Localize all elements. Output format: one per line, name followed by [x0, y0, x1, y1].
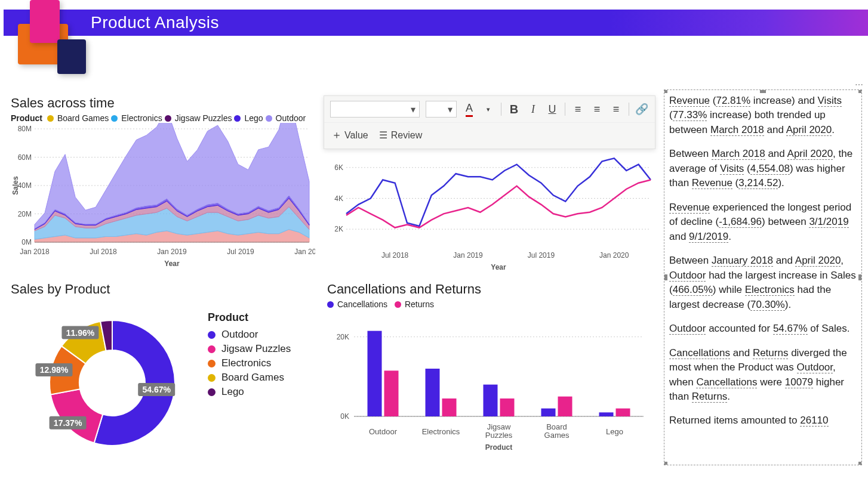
legend-item[interactable]: Board Games: [208, 372, 291, 384]
resize-handle[interactable]: [760, 89, 766, 93]
svg-text:Jan 2019: Jan 2019: [157, 248, 187, 256]
legend-item[interactable]: Lego: [208, 386, 291, 398]
align-left-button[interactable]: ≡: [571, 103, 584, 116]
legend-item: Returns: [405, 299, 434, 309]
font-family-select[interactable]: ▾: [330, 101, 420, 118]
resize-handle[interactable]: [664, 462, 667, 465]
insight-paragraph: Outdoor accounted for 54.67% of Sales.: [669, 322, 857, 336]
svg-text:Year: Year: [164, 259, 180, 268]
text-edit-toolbar: ▾ ▾ A ▾ B I U ≡ ≡ ≡ 🔗 ＋Value ☰Review: [324, 95, 655, 149]
svg-text:Jigsaw: Jigsaw: [487, 422, 511, 431]
legend-label: Product: [208, 311, 291, 324]
insight-paragraph: Cancellations and Returns diverged the m…: [669, 346, 857, 404]
svg-text:Jan 2020: Jan 2020: [599, 251, 629, 259]
sales-across-time-chart[interactable]: Sales across time Product Board Games El…: [11, 95, 315, 274]
svg-text:Puzzles: Puzzles: [485, 431, 513, 440]
review-label: Review: [391, 130, 422, 140]
logo: [11, 0, 82, 78]
resize-handle[interactable]: [664, 89, 667, 93]
svg-text:20M: 20M: [18, 210, 32, 218]
svg-text:80M: 80M: [18, 125, 32, 133]
svg-rect-43: [384, 370, 399, 416]
italic-button[interactable]: I: [527, 103, 540, 116]
svg-text:4K: 4K: [334, 194, 343, 203]
svg-text:Jan 2020: Jan 2020: [294, 248, 315, 256]
resize-handle[interactable]: [664, 274, 667, 280]
cancellations-returns-chart[interactable]: Cancellations and Returns Cancellations …: [327, 282, 650, 466]
chart-title: Sales by Product: [11, 282, 315, 297]
legend-item: Board Games: [57, 113, 109, 123]
svg-rect-42: [368, 331, 382, 416]
svg-rect-49: [500, 398, 515, 416]
font-size-select[interactable]: ▾: [426, 101, 457, 118]
svg-text:20K: 20K: [337, 333, 349, 341]
svg-text:Jan 2019: Jan 2019: [453, 251, 483, 259]
svg-rect-53: [558, 397, 572, 416]
underline-button[interactable]: U: [546, 103, 559, 116]
svg-rect-48: [484, 385, 498, 416]
legend-label: Product: [11, 113, 42, 123]
svg-text:Year: Year: [491, 263, 506, 271]
svg-text:12.98%: 12.98%: [40, 365, 69, 375]
chart-title: Sales across time: [11, 95, 315, 111]
legend-dot-outdoor: [266, 115, 272, 122]
legend-item: Lego: [244, 113, 263, 123]
align-right-button[interactable]: ≡: [610, 103, 623, 116]
svg-rect-57: [616, 409, 630, 416]
legend-dot-electronics: [111, 115, 118, 122]
svg-text:11.96%: 11.96%: [66, 328, 95, 338]
resize-handle[interactable]: [858, 274, 862, 280]
legend-item[interactable]: Jigsaw Puzzles: [208, 343, 291, 355]
svg-text:40M: 40M: [18, 181, 32, 190]
svg-text:Board: Board: [546, 422, 567, 431]
logo-block-navy: [57, 39, 86, 74]
insight-paragraph: Between March 2018 and April 2020, the a…: [669, 147, 857, 190]
svg-text:Lego: Lego: [606, 427, 623, 436]
svg-text:Jul 2019: Jul 2019: [227, 248, 254, 256]
legend-item[interactable]: Electronics: [208, 357, 291, 369]
align-center-button[interactable]: ≡: [590, 103, 604, 116]
legend: Cancellations Returns: [327, 299, 650, 309]
review-button[interactable]: ☰Review: [379, 129, 422, 141]
divider: [565, 103, 565, 116]
sales-by-product-chart[interactable]: Sales by Product 54.67%17.37%12.98%11.96…: [11, 282, 315, 466]
legend-item: Jigsaw Puzzles: [175, 113, 232, 123]
svg-text:Jul 2019: Jul 2019: [528, 251, 555, 259]
font-color-chevron-icon[interactable]: ▾: [482, 106, 495, 113]
legend-item[interactable]: Outdoor: [208, 329, 291, 341]
legend-item: Electronics: [121, 113, 162, 123]
bold-button[interactable]: B: [507, 103, 521, 116]
link-button[interactable]: 🔗: [635, 103, 648, 116]
svg-text:Games: Games: [544, 431, 570, 440]
font-color-button[interactable]: A: [463, 102, 476, 117]
more-options-icon[interactable]: ⋯: [855, 80, 864, 89]
svg-text:60M: 60M: [18, 153, 32, 162]
svg-rect-46: [442, 398, 457, 416]
svg-text:0K: 0K: [340, 412, 349, 421]
insight-paragraph: Between January 2018 and April 2020, Out…: [669, 254, 857, 312]
svg-text:0M: 0M: [21, 238, 32, 246]
insight-paragraph: Revenue (72.81% increase) and Visits (77…: [669, 94, 857, 137]
donut-legend: OutdoorJigsaw PuzzlesElectronicsBoard Ga…: [208, 329, 291, 398]
resize-handle[interactable]: [858, 89, 862, 93]
bar-plot: 0K20KOutdoorElectronicsJigsawPuzzlesBoar…: [327, 309, 650, 458]
page-title: Product Analysis: [91, 13, 219, 32]
insights-text-box[interactable]: Revenue (72.81% increase) and Visits (77…: [664, 89, 862, 465]
svg-text:6K: 6K: [334, 163, 343, 172]
svg-rect-52: [541, 409, 556, 416]
insight-paragraph: Returned items amounted to 26110: [669, 413, 857, 428]
svg-text:54.67%: 54.67%: [142, 385, 171, 394]
divider: [629, 103, 629, 116]
value-label: Value: [344, 130, 368, 140]
plus-icon: ＋: [331, 129, 342, 141]
legend-dot-returns: [395, 301, 401, 308]
legend-dot-jigsaw: [165, 115, 171, 122]
svg-text:17.37%: 17.37%: [54, 418, 82, 428]
resize-handle[interactable]: [858, 462, 862, 465]
chart-title: Cancellations and Returns: [327, 282, 650, 297]
legend-dot-board: [47, 115, 54, 122]
svg-text:Outdoor: Outdoor: [369, 427, 398, 436]
svg-text:Sales: Sales: [11, 176, 20, 195]
svg-text:Jul 2018: Jul 2018: [381, 251, 409, 259]
insert-value-button[interactable]: ＋Value: [331, 128, 368, 142]
